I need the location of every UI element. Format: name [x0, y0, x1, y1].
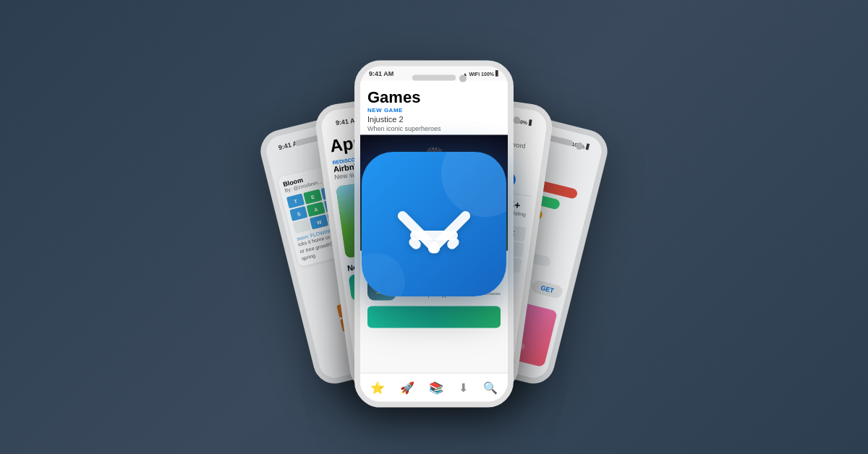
status-time: 9:41 AM	[369, 70, 393, 77]
battery-level: 100%	[571, 141, 585, 149]
tab-search[interactable]: 🔍	[483, 381, 498, 395]
tab-layers[interactable]: 📚	[429, 381, 443, 395]
center-tab-bar: ⭐ 🚀 📚 ⬇ 🔍	[360, 373, 508, 402]
app-store-logo	[394, 183, 474, 265]
status-icons: ▲WiFi100%▋	[462, 71, 499, 77]
battery-level: 100%	[514, 118, 528, 124]
games-header: Games NEW GAME Injustice 2 When iconic s…	[360, 81, 508, 135]
status-icons: ▲100%▋	[565, 139, 590, 150]
bottom-banner	[367, 307, 501, 328]
app-store-icon-container	[362, 152, 506, 296]
tab-updates[interactable]: ⬇	[459, 381, 468, 395]
status-time: 9:41 AM	[278, 138, 304, 151]
center-status-bar: 9:41 AM ▲WiFi100%▋	[360, 67, 508, 81]
games-title: Games	[367, 88, 501, 107]
tab-featured[interactable]: ⭐	[370, 381, 385, 395]
tab-games[interactable]: 🚀	[400, 381, 414, 395]
app-store-icon	[362, 152, 506, 296]
scene: 9:41 AM ▲WiFi▋ Bloom By: @zxcvbnm... T E…	[0, 0, 868, 454]
hopscotch-get-button[interactable]: GET	[531, 279, 564, 299]
svg-rect-2	[410, 231, 458, 240]
new-game-label: NEW GAME	[367, 107, 501, 113]
injustice-title: Injustice 2	[367, 115, 501, 124]
wp-cell	[293, 218, 312, 234]
wp-cell: W	[310, 215, 328, 230]
injustice-desc: When iconic superheroes	[367, 125, 501, 132]
